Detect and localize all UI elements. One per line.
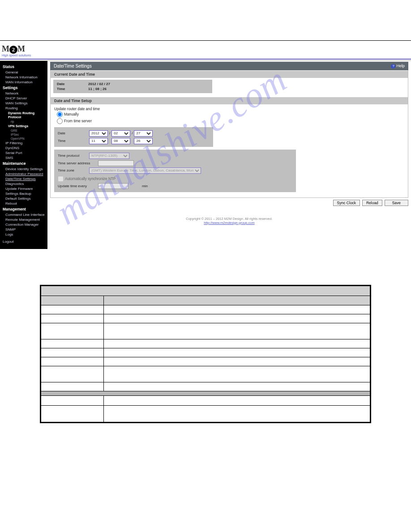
logo: M2M High speed solutions [2, 44, 411, 57]
sidebar-item-reboot[interactable]: Reboot [0, 201, 47, 206]
sidebar-item-network-info[interactable]: Network Information [0, 75, 47, 80]
select-min[interactable]: 08 [111, 138, 130, 144]
table-header-col1 [41, 296, 104, 305]
sidebar-section-status: Status [0, 64, 47, 70]
timeserver-form-block: Time protocol NTP(RFC-1305) Time server … [54, 150, 296, 192]
current-date-value: 2012 / 02 / 27 [88, 82, 110, 86]
sidebar-item-admin-password[interactable]: Administrator Password [0, 172, 47, 176]
help-link[interactable]: ?Help [391, 64, 405, 69]
table-row [41, 396, 370, 406]
sidebar-item-general[interactable]: General [0, 70, 47, 75]
section-current-header: Current Date and Time [51, 70, 408, 78]
logo-circled-icon: 2 [9, 46, 17, 54]
sidebar-item-device-identity[interactable]: Device Identity Settings [0, 167, 47, 172]
sidebar-item-openvpn[interactable]: OpenVPN [0, 137, 47, 141]
sidebar-item-serial[interactable]: Serial Port [0, 150, 47, 155]
logo-text-left: M [2, 44, 9, 53]
panel-header: Date/Time Settings ?Help [50, 62, 408, 70]
sidebar-item-dhcp[interactable]: DHCP Server [0, 96, 47, 101]
sidebar-logout[interactable]: Logout [0, 237, 47, 244]
logo-subtitle: High speed solutions [2, 54, 411, 57]
select-protocol[interactable]: NTP(RFC-1305) [89, 153, 129, 159]
help-icon: ? [391, 64, 395, 69]
logo-text-right: M [17, 44, 25, 53]
min-unit-label: min [142, 184, 148, 188]
input-update-interval[interactable] [98, 183, 128, 189]
input-server-address[interactable] [98, 160, 134, 166]
sidebar-item-diagnostics[interactable]: Diagnostics [0, 181, 47, 186]
footer-link[interactable]: http://www.m2mdesign-group.com [204, 221, 254, 225]
radio-manual[interactable] [57, 112, 63, 117]
sidebar-item-dynamic-routing[interactable]: Dynamic Routing Protocol [0, 111, 47, 120]
date-separator: / [109, 131, 110, 135]
table-row [41, 323, 370, 339]
radio-timeserver[interactable] [57, 118, 63, 124]
table-row [41, 339, 370, 348]
sidebar-section-management: Management [0, 206, 47, 212]
save-button[interactable]: Save [385, 200, 408, 206]
sidebar-item-update-firmware[interactable]: Update Firmware [0, 186, 47, 191]
sidebar-item-ipsec[interactable]: IPSec [0, 133, 47, 137]
sidebar-item-dyndns[interactable]: DynDNS [0, 146, 47, 150]
table-separator [41, 391, 370, 396]
sidebar-section-settings: Settings [0, 85, 47, 91]
table-header-col2 [104, 296, 370, 305]
table-row [41, 366, 370, 382]
table-row [41, 305, 370, 314]
sidebar-item-network[interactable]: Network [0, 91, 47, 96]
datetime-form-block: Date 2012 / 02 / 27 Time 11 08 [54, 127, 213, 147]
sidebar-item-wan-info[interactable]: WAN Information [0, 80, 47, 85]
reload-button[interactable]: Reload [362, 200, 382, 206]
help-label: Help [396, 64, 405, 68]
table-row [41, 348, 370, 357]
time-separator [109, 139, 110, 143]
sidebar-item-gre[interactable]: GRE [0, 129, 47, 133]
select-sec[interactable]: 26 [134, 138, 153, 144]
radio-manual-label: Manually [64, 112, 79, 116]
table-row [41, 382, 370, 391]
select-month[interactable]: 02 [111, 130, 130, 137]
sidebar-item-sms[interactable]: SMS [0, 155, 47, 160]
sidebar-item-wan-settings[interactable]: WAN Settings [0, 101, 47, 106]
sidebar-item-remote-mgmt[interactable]: Remote Management [0, 217, 47, 222]
current-time-label: Time [57, 87, 88, 91]
table-title-row [41, 286, 370, 296]
select-day[interactable]: 27 [134, 130, 153, 137]
sidebar-item-settings-backup[interactable]: Settings Backup [0, 191, 47, 196]
sidebar-item-rip[interactable]: rip [0, 120, 47, 124]
sidebar-item-routing[interactable]: Routing [0, 106, 47, 111]
table-row [41, 406, 370, 422]
sidebar-item-conn-mgr[interactable]: Connection Manager [0, 222, 47, 227]
radio-timeserver-label: From time server [64, 119, 92, 123]
table-header-row [41, 296, 370, 305]
autosync-label: Automatically synchronize NTP [65, 177, 116, 181]
section-setup-header: Date and Time Setup [51, 97, 408, 104]
date-separator: / [132, 131, 133, 135]
select-hour[interactable]: 11 [89, 138, 108, 144]
footer-copyright: Copyright © 2011 – 2012 M2M Design. All … [50, 217, 408, 221]
current-date-label: Date [57, 82, 88, 86]
sync-clock-button[interactable]: Sync Clock [333, 200, 360, 206]
server-address-label: Time server address [58, 161, 98, 165]
footer: Copyright © 2011 – 2012 M2M Design. All … [50, 207, 408, 228]
select-year[interactable]: 2012 [89, 130, 108, 137]
update-router-label: Update router date and time [54, 107, 404, 111]
sidebar-item-snmp[interactable]: SNMP [0, 227, 47, 232]
main-content: Date/Time Settings ?Help Current Date an… [47, 61, 411, 249]
current-datetime-block: Date 2012 / 02 / 27 Time 11 ; 08 ; 26 [53, 80, 212, 93]
sidebar-item-vpn[interactable]: VPN Settings [0, 124, 47, 129]
time-separator [132, 139, 133, 143]
accent-bar [0, 59, 411, 60]
date-field-label: Date [58, 131, 89, 135]
checkbox-autosync[interactable] [58, 176, 64, 182]
select-timezone[interactable]: (GMT) Western Europe Time, London, Lisbo… [89, 167, 201, 174]
sidebar-item-default-settings[interactable]: Default Settings [0, 196, 47, 201]
button-bar: Sync Clock Reload Save [50, 198, 408, 207]
protocol-label: Time protocol [58, 154, 89, 158]
sidebar: Status General Network Information WAN I… [0, 61, 47, 249]
sidebar-item-ipfilter[interactable]: IP Filtering [0, 141, 47, 146]
sidebar-item-cli[interactable]: Command Line Interface [0, 212, 47, 217]
sidebar-item-logs[interactable]: Logs [0, 232, 47, 237]
current-time-value: 11 ; 08 ; 26 [88, 87, 107, 91]
sidebar-item-datetime[interactable]: Date/Time Settings [0, 176, 47, 181]
